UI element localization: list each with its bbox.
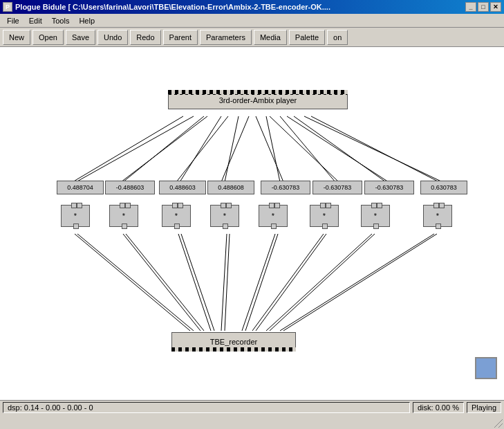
menu-help[interactable]: Help (75, 15, 99, 26)
title-bar: P Plogue Bidule [ C:\Users\farina\Lavori… (0, 0, 504, 14)
svg-line-27 (221, 234, 227, 331)
mult-3[interactable]: * (210, 205, 239, 227)
parameters-button[interactable]: Parameters (200, 30, 252, 45)
save-button[interactable]: Save (66, 30, 95, 45)
svg-line-22 (270, 234, 375, 331)
svg-line-20 (245, 234, 278, 331)
coeff-5[interactable]: -0.630783 (312, 181, 362, 194)
status-bar: dsp: 0.14 - 0.00 - 0.00 - 0 disk: 0.00 %… (0, 400, 504, 414)
svg-line-16 (77, 234, 194, 331)
svg-line-25 (123, 234, 200, 331)
undo-button[interactable]: Undo (97, 30, 128, 45)
svg-line-3 (225, 116, 239, 182)
mult-0[interactable]: * (61, 205, 90, 227)
svg-line-8 (73, 116, 183, 182)
menu-bar: File Edit Tools Help (0, 14, 504, 28)
disk-status: disk: 0.00 % (413, 402, 464, 413)
menu-edit[interactable]: Edit (25, 15, 46, 26)
mult-7[interactable]: * (423, 205, 452, 227)
close-button[interactable]: ✕ (490, 2, 501, 12)
play-status: Playing (467, 402, 501, 413)
mult-5[interactable]: * (310, 205, 339, 227)
redo-button[interactable]: Redo (130, 30, 160, 45)
status-bar-inner: dsp: 0.14 - 0.00 - 0.00 - 0 disk: 0.00 %… (3, 402, 501, 413)
svg-line-24 (75, 234, 190, 331)
toolbar: New Open Save Undo Redo Parent Parameter… (0, 28, 504, 47)
menu-tools[interactable]: Tools (48, 15, 74, 26)
minimize-button[interactable]: _ (465, 2, 476, 12)
mult-6[interactable]: * (361, 205, 390, 227)
maximize-button[interactable]: □ (478, 2, 489, 12)
svg-line-26 (178, 234, 211, 331)
coeff-0[interactable]: 0.488704 (57, 181, 104, 194)
coeff-6[interactable]: -0.630783 (364, 181, 414, 194)
svg-line-23 (283, 234, 437, 331)
svg-line-29 (252, 234, 324, 331)
palette-button[interactable]: Palette (289, 30, 325, 45)
coeff-2[interactable]: 0.488603 (159, 181, 206, 194)
app-icon: P (3, 2, 12, 12)
svg-line-2 (180, 116, 221, 182)
menu-file[interactable]: File (3, 15, 24, 26)
coeff-7[interactable]: 0.630783 (420, 181, 467, 194)
svg-line-31 (280, 234, 434, 331)
svg-line-15 (311, 116, 439, 182)
new-button[interactable]: New (3, 30, 30, 45)
resize-grip[interactable] (493, 418, 504, 429)
svg-line-4 (256, 116, 283, 182)
parent-button[interactable]: Parent (163, 30, 198, 45)
player-label: 3rd-order-Ambix player (219, 96, 297, 104)
recorder-label: TBE_recorder (210, 338, 257, 346)
coeff-1[interactable]: -0.488603 (105, 181, 155, 194)
svg-line-10 (176, 116, 228, 182)
svg-line-13 (280, 116, 335, 182)
svg-line-18 (181, 234, 214, 331)
player-stripe (168, 90, 348, 94)
svg-line-6 (287, 116, 389, 182)
svg-line-30 (266, 234, 372, 331)
svg-line-11 (221, 116, 249, 182)
svg-line-9 (121, 116, 207, 182)
svg-line-19 (225, 234, 230, 331)
mult-4[interactable]: * (259, 205, 288, 227)
mult-2[interactable]: * (162, 205, 191, 227)
recorder-stripe (171, 347, 296, 352)
dsp-status: dsp: 0.14 - 0.00 - 0.00 - 0 (3, 402, 410, 413)
svg-line-21 (256, 234, 326, 331)
canvas-area[interactable]: 3rd-order-Ambix player 0.488704 -0.48860… (0, 47, 504, 400)
svg-line-28 (242, 234, 275, 331)
title-bar-left: P Plogue Bidule [ C:\Users\farina\Lavori… (3, 2, 330, 12)
svg-line-1 (123, 116, 204, 182)
coeff-4[interactable]: -0.630783 (261, 181, 310, 194)
coeff-3[interactable]: 0.488608 (207, 181, 254, 194)
title-bar-controls[interactable]: _ □ ✕ (465, 2, 501, 12)
svg-line-12 (266, 116, 280, 182)
svg-line-7 (304, 116, 442, 182)
svg-line-14 (294, 116, 386, 182)
svg-line-5 (270, 116, 339, 182)
blue-square-button[interactable] (475, 357, 497, 379)
svg-line-0 (76, 116, 194, 182)
media-button[interactable]: Media (254, 30, 287, 45)
window-title: Plogue Bidule [ C:\Users\farina\Lavori\T… (15, 3, 330, 11)
svg-line-17 (126, 234, 204, 331)
mult-1[interactable]: * (109, 205, 138, 227)
on-button[interactable]: on (327, 30, 348, 45)
open-button[interactable]: Open (32, 30, 64, 45)
